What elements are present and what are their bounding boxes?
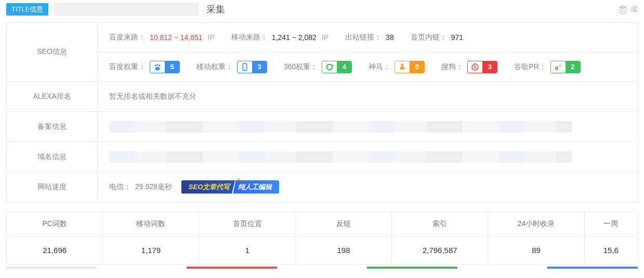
outlinks: 出站链接 38	[345, 33, 394, 42]
w360-badge[interactable]: 4	[322, 61, 352, 73]
stat-value: 2,796,587	[392, 236, 488, 264]
stat-head: 移动词数	[103, 212, 199, 236]
stat-col[interactable]: 反链 198	[295, 211, 391, 264]
alexa-value: 暂无排名或相关数据不充分	[109, 92, 196, 101]
title-badge: TITLE信息	[6, 3, 48, 16]
stats-table: PC词数 21,696 移动词数 1,179 首页位置 1 反链 198 索引 …	[6, 211, 638, 264]
row-beian-content	[98, 112, 637, 141]
seo-traffic-row: 百度来路 10,812 ~ 14,851 IP 移动来路 1,241 ~ 2,0…	[98, 23, 637, 52]
svg-text:S: S	[474, 65, 477, 70]
stat-head: 首页位置	[200, 212, 295, 236]
layers-icon	[617, 4, 628, 15]
w360: 360权重 4	[284, 61, 352, 73]
shenma-weight: 神马 0	[369, 61, 425, 73]
stat-head: 索引	[392, 212, 488, 236]
stat-value: 21,696	[7, 236, 102, 264]
baidu-paw-icon	[150, 61, 165, 73]
w360-icon	[322, 61, 337, 73]
baidu-weight-badge[interactable]: 5	[150, 61, 180, 73]
stat-col[interactable]: 一周 15,6	[584, 211, 638, 264]
stat-head: 反链	[296, 212, 391, 236]
google-pr: 谷歌PR g+ 2	[514, 61, 580, 73]
info-table: SEO信息 百度来路 10,812 ~ 14,851 IP 移动来路 1,241…	[6, 22, 638, 202]
row-alexa: ALEXA排名 暂无排名或相关数据不充分	[7, 82, 637, 112]
mobile-referral: 移动来路 1,241 ~ 2,082 IP	[231, 33, 328, 42]
stat-value: 89	[488, 236, 584, 264]
beian-blur	[109, 121, 572, 133]
stat-head: PC词数	[7, 212, 102, 236]
title-blur	[54, 3, 199, 16]
stat-col[interactable]: PC词数 21,696	[6, 211, 102, 264]
svg-point-5	[244, 69, 245, 70]
speed-isp-label: 电信	[109, 182, 131, 192]
baidu-weight: 百度权重 5	[109, 61, 180, 73]
google-pr-badge[interactable]: g+ 2	[550, 61, 581, 73]
row-domain: 域名信息	[7, 142, 637, 172]
promo-left: SEO文章代写	[181, 180, 235, 194]
stat-value: 198	[296, 236, 391, 264]
baidu-mobile-icon	[238, 61, 252, 73]
row-alexa-label: ALEXA排名	[7, 82, 98, 111]
stat-value: 1,179	[103, 236, 199, 264]
stat-value: 1	[200, 236, 295, 264]
svg-point-1	[157, 63, 159, 65]
svg-text:g: g	[555, 64, 558, 70]
page-title-suffix: 采集	[204, 3, 225, 16]
row-beian-label: 备案信息	[7, 112, 98, 141]
top-right-action[interactable]: 成	[617, 4, 638, 15]
internal-links: 首页内链 971	[411, 33, 463, 42]
row-alexa-content: 暂无排名或相关数据不充分	[98, 82, 637, 111]
speed-isp-value: 29.928毫秒	[135, 182, 172, 192]
sogou-icon: S	[468, 61, 482, 73]
svg-point-6	[327, 64, 333, 70]
stat-col[interactable]: 24小时收录 89	[488, 211, 584, 264]
mobile-weight: 移动权重 3	[196, 61, 267, 73]
mobile-weight-badge[interactable]: 3	[237, 61, 267, 73]
stat-col[interactable]: 首页位置 1	[199, 211, 295, 264]
row-domain-label: 域名信息	[7, 142, 98, 171]
row-seo-label: SEO信息	[7, 23, 98, 81]
seo-weight-row: 百度权重 5 移动权重 3	[98, 52, 637, 81]
row-beian: 备案信息	[7, 112, 637, 142]
top-right-label: 成	[630, 5, 638, 14]
row-speed-content: 电信 29.928毫秒 SEO文章代写 纯人工编辑	[98, 172, 637, 202]
row-seo-content: 百度来路 10,812 ~ 14,851 IP 移动来路 1,241 ~ 2,0…	[98, 23, 637, 81]
svg-point-3	[155, 67, 160, 70]
shenma-icon	[395, 61, 410, 73]
stat-col[interactable]: 索引 2,796,587	[391, 211, 488, 264]
promo-banner[interactable]: SEO文章代写 纯人工编辑	[181, 180, 279, 194]
svg-point-0	[155, 64, 156, 67]
sogou-weight: 搜狗 S 3	[441, 61, 497, 73]
row-speed: 网站速度 电信 29.928毫秒 SEO文章代写 纯人工编辑	[7, 172, 637, 202]
stat-value: 15,6	[585, 236, 637, 264]
stat-col[interactable]: 移动词数 1,179	[102, 211, 199, 264]
sogou-badge[interactable]: S 3	[467, 61, 497, 73]
bottom-accent-bars	[6, 267, 638, 269]
svg-point-2	[159, 64, 160, 67]
row-speed-label: 网站速度	[7, 172, 98, 202]
title-row: TITLE信息 采集 成	[0, 0, 644, 22]
shenma-badge[interactable]: 0	[395, 61, 425, 73]
stat-head: 24小时收录	[488, 212, 584, 236]
baidu-referral: 百度来路 10,812 ~ 14,851 IP	[109, 33, 215, 42]
svg-text:+: +	[559, 63, 561, 68]
domain-blur	[109, 151, 572, 163]
promo-right: 纯人工编辑	[233, 180, 279, 194]
google-plus-icon: g+	[551, 61, 566, 73]
row-seo: SEO信息 百度来路 10,812 ~ 14,851 IP 移动来路 1,241…	[7, 23, 637, 82]
stat-head: 一周	[585, 212, 637, 236]
row-domain-content	[98, 142, 637, 171]
